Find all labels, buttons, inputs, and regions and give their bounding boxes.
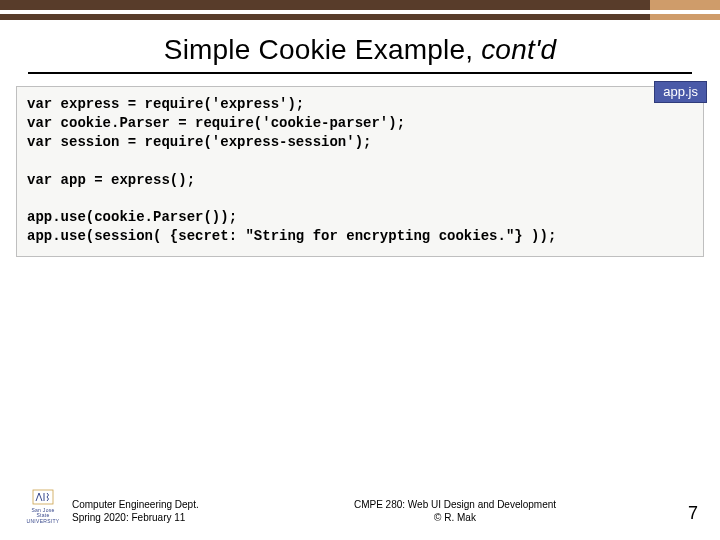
- code-block: app.js var express = require('express');…: [16, 86, 704, 257]
- date-line: Spring 2020: February 11: [72, 512, 242, 525]
- university-logo: San Jose State UNIVERSITY: [28, 487, 58, 524]
- slide-top-border: [0, 0, 720, 20]
- slide-footer: San Jose State UNIVERSITY Computer Engin…: [0, 487, 720, 524]
- title-underline: [28, 72, 692, 74]
- filename-badge: app.js: [654, 81, 707, 103]
- title-italic: cont'd: [481, 34, 556, 65]
- footer-center: CMPE 280: Web UI Design and Development …: [242, 499, 668, 524]
- course-line: CMPE 280: Web UI Design and Development: [242, 499, 668, 512]
- copyright-line: © R. Mak: [242, 512, 668, 525]
- sjsu-seal-icon: [31, 487, 55, 507]
- slide-title: Simple Cookie Example, cont'd: [0, 34, 720, 66]
- title-text: Simple Cookie Example,: [164, 34, 481, 65]
- code-content: var express = require('express'); var co…: [27, 95, 693, 246]
- svg-rect-0: [33, 490, 53, 504]
- page-number: 7: [668, 503, 698, 524]
- logo-text-2: UNIVERSITY: [27, 519, 60, 524]
- slide-top-accent: [650, 0, 720, 20]
- dept-line: Computer Engineering Dept.: [72, 499, 242, 512]
- footer-left: Computer Engineering Dept. Spring 2020: …: [72, 499, 242, 524]
- logo-text-1: San Jose State: [28, 508, 58, 518]
